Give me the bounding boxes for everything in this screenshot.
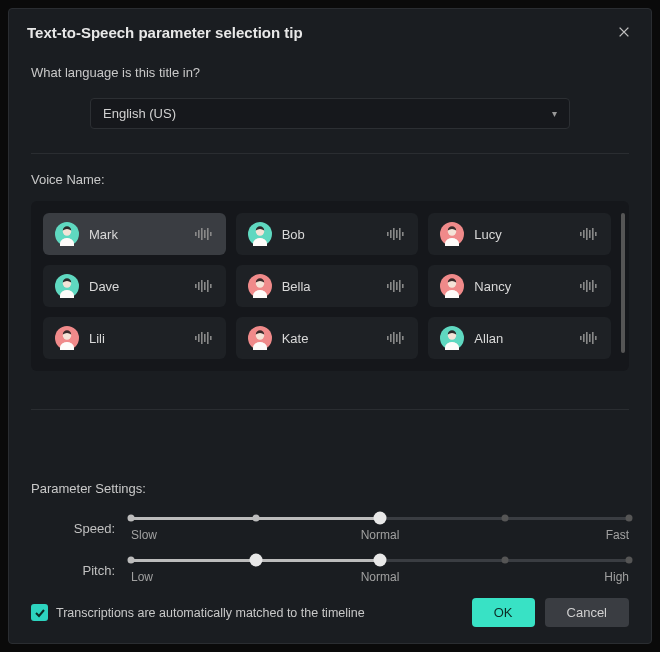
tts-dialog: Text-to-Speech parameter selection tip W… bbox=[8, 8, 652, 644]
parameter-settings: Parameter Settings: Speed: Slow bbox=[31, 481, 629, 592]
svg-rect-27 bbox=[198, 282, 200, 290]
svg-rect-30 bbox=[207, 280, 209, 292]
language-select[interactable]: English (US) ▾ bbox=[90, 98, 570, 129]
svg-rect-69 bbox=[589, 334, 591, 342]
svg-rect-18 bbox=[580, 232, 582, 236]
svg-rect-52 bbox=[201, 332, 203, 344]
svg-rect-38 bbox=[399, 280, 401, 292]
svg-rect-46 bbox=[592, 280, 594, 292]
svg-rect-50 bbox=[195, 336, 197, 340]
svg-rect-55 bbox=[210, 336, 212, 340]
language-question: What language is this title in? bbox=[31, 65, 629, 80]
waveform-icon bbox=[579, 279, 599, 293]
svg-rect-59 bbox=[390, 334, 392, 342]
voice-name-label: Kate bbox=[282, 331, 377, 346]
waveform-icon bbox=[386, 279, 406, 293]
svg-rect-39 bbox=[402, 284, 404, 288]
cancel-button[interactable]: Cancel bbox=[545, 598, 629, 627]
avatar-icon bbox=[248, 222, 272, 246]
voice-card-bob[interactable]: Bob bbox=[236, 213, 419, 255]
avatar-icon bbox=[440, 326, 464, 350]
svg-rect-5 bbox=[204, 230, 206, 238]
svg-rect-44 bbox=[586, 280, 588, 292]
voice-card-nancy[interactable]: Nancy bbox=[428, 265, 611, 307]
svg-rect-58 bbox=[387, 336, 389, 340]
svg-rect-29 bbox=[204, 282, 206, 290]
language-selected-value: English (US) bbox=[103, 106, 176, 121]
svg-rect-7 bbox=[210, 232, 212, 236]
close-button[interactable] bbox=[615, 23, 633, 41]
pitch-low-label: Low bbox=[131, 570, 153, 584]
svg-rect-26 bbox=[195, 284, 197, 288]
svg-rect-68 bbox=[586, 332, 588, 344]
voice-card-mark[interactable]: Mark bbox=[43, 213, 226, 255]
svg-rect-28 bbox=[201, 280, 203, 292]
dialog-footer: Transcriptions are automatically matched… bbox=[9, 592, 651, 643]
svg-rect-60 bbox=[393, 332, 395, 344]
svg-rect-20 bbox=[586, 228, 588, 240]
svg-rect-70 bbox=[592, 332, 594, 344]
svg-rect-31 bbox=[210, 284, 212, 288]
params-label: Parameter Settings: bbox=[31, 481, 629, 496]
avatar-icon bbox=[248, 326, 272, 350]
voice-section-label: Voice Name: bbox=[31, 172, 629, 187]
svg-rect-36 bbox=[393, 280, 395, 292]
voice-scrollbar[interactable] bbox=[621, 213, 625, 353]
auto-match-checkbox[interactable] bbox=[31, 604, 48, 621]
voice-card-lucy[interactable]: Lucy bbox=[428, 213, 611, 255]
svg-rect-6 bbox=[207, 228, 209, 240]
pitch-slider[interactable] bbox=[131, 552, 629, 568]
svg-rect-37 bbox=[396, 282, 398, 290]
svg-rect-11 bbox=[390, 230, 392, 238]
pitch-label: Pitch: bbox=[31, 563, 131, 578]
voice-card-kate[interactable]: Kate bbox=[236, 317, 419, 359]
avatar-icon bbox=[440, 222, 464, 246]
divider bbox=[31, 409, 629, 410]
pitch-mid-label: Normal bbox=[361, 570, 400, 584]
pitch-handle[interactable] bbox=[249, 554, 262, 567]
svg-rect-3 bbox=[198, 230, 200, 238]
waveform-icon bbox=[194, 227, 214, 241]
svg-rect-53 bbox=[204, 334, 206, 342]
checkbox-label: Transcriptions are automatically matched… bbox=[56, 606, 365, 620]
svg-rect-14 bbox=[399, 228, 401, 240]
voice-card-bella[interactable]: Bella bbox=[236, 265, 419, 307]
svg-rect-61 bbox=[396, 334, 398, 342]
voice-name-label: Bob bbox=[282, 227, 377, 242]
voice-panel: Mark Bob Lucy bbox=[31, 201, 629, 371]
voice-name-label: Allan bbox=[474, 331, 569, 346]
voice-card-dave[interactable]: Dave bbox=[43, 265, 226, 307]
waveform-icon bbox=[386, 227, 406, 241]
voice-name-label: Nancy bbox=[474, 279, 569, 294]
svg-rect-62 bbox=[399, 332, 401, 344]
titlebar: Text-to-Speech parameter selection tip bbox=[9, 9, 651, 51]
voice-name-label: Lili bbox=[89, 331, 184, 346]
svg-rect-35 bbox=[390, 282, 392, 290]
speed-low-label: Slow bbox=[131, 528, 157, 542]
speed-high-label: Fast bbox=[606, 528, 629, 542]
waveform-icon bbox=[194, 279, 214, 293]
svg-rect-67 bbox=[583, 334, 585, 342]
voice-name-label: Dave bbox=[89, 279, 184, 294]
voice-name-label: Bella bbox=[282, 279, 377, 294]
ok-button[interactable]: OK bbox=[472, 598, 535, 627]
svg-rect-13 bbox=[396, 230, 398, 238]
voice-card-lili[interactable]: Lili bbox=[43, 317, 226, 359]
speed-handle[interactable] bbox=[374, 512, 387, 525]
svg-rect-12 bbox=[393, 228, 395, 240]
svg-rect-45 bbox=[589, 282, 591, 290]
divider bbox=[31, 153, 629, 154]
svg-rect-4 bbox=[201, 228, 203, 240]
avatar-icon bbox=[440, 274, 464, 298]
voice-card-allan[interactable]: Allan bbox=[428, 317, 611, 359]
svg-rect-63 bbox=[402, 336, 404, 340]
svg-rect-22 bbox=[592, 228, 594, 240]
svg-rect-71 bbox=[595, 336, 597, 340]
voice-name-label: Mark bbox=[89, 227, 184, 242]
avatar-icon bbox=[55, 326, 79, 350]
speed-slider[interactable] bbox=[131, 510, 629, 526]
pitch-high-label: High bbox=[604, 570, 629, 584]
avatar-icon bbox=[248, 274, 272, 298]
pitch-handle-secondary[interactable] bbox=[374, 554, 387, 567]
waveform-icon bbox=[579, 227, 599, 241]
